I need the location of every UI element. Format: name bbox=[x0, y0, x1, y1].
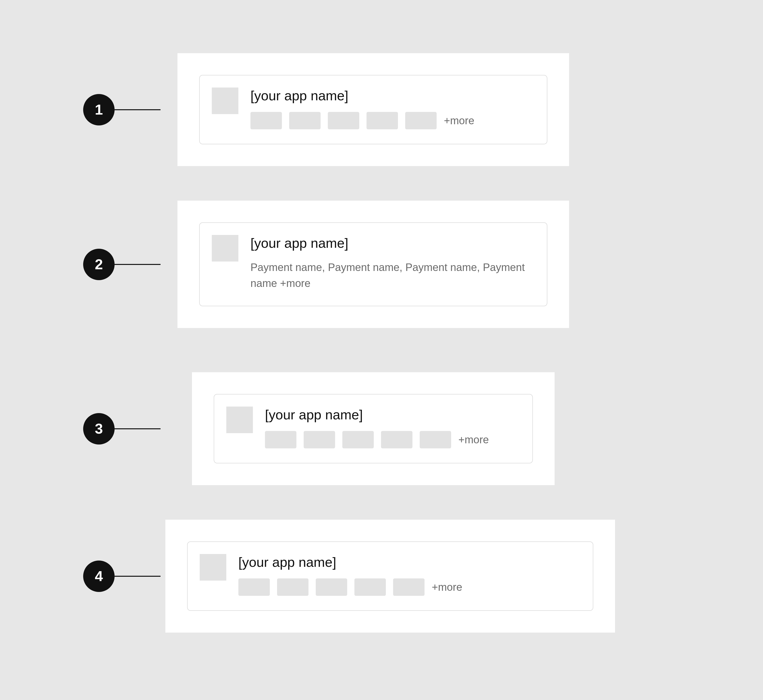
example-row-1: 1 [your app name] +more bbox=[0, 53, 763, 166]
panel-2: [your app name] Payment name, Payment na… bbox=[177, 201, 569, 328]
payment-method-chip bbox=[289, 112, 321, 129]
annotation-leader-4 bbox=[114, 576, 161, 577]
annotation-leader-1 bbox=[114, 109, 161, 110]
annotation-leader-3 bbox=[114, 428, 161, 429]
card-body: [your app name] +more bbox=[250, 88, 532, 129]
payment-method-chip bbox=[316, 578, 347, 596]
app-icon bbox=[212, 88, 238, 114]
card-body: [your app name] Payment name, Payment na… bbox=[250, 235, 532, 291]
payment-method-chip bbox=[277, 578, 308, 596]
annotation-badge-4: 4 bbox=[83, 561, 114, 592]
more-link[interactable]: +more bbox=[458, 434, 489, 446]
annotation-leader-2 bbox=[114, 264, 161, 265]
more-link[interactable]: +more bbox=[444, 114, 474, 127]
app-card-3: [your app name] +more bbox=[214, 394, 533, 463]
example-row-3: 3 [your app name] +more bbox=[0, 372, 763, 485]
card-body: [your app name] +more bbox=[265, 406, 518, 448]
payment-method-row: +more bbox=[250, 112, 532, 129]
app-card-4: [your app name] +more bbox=[187, 541, 593, 611]
annotation-badge-1: 1 bbox=[83, 94, 114, 125]
payment-method-chip bbox=[238, 578, 270, 596]
card-body: [your app name] +more bbox=[238, 554, 578, 596]
payment-method-chip bbox=[304, 431, 335, 448]
app-title: [your app name] bbox=[238, 554, 578, 570]
example-row-4: 4 [your app name] +more bbox=[0, 520, 763, 633]
payment-method-chip bbox=[420, 431, 451, 448]
example-row-2: 2 [your app name] Payment name, Payment … bbox=[0, 201, 763, 328]
payment-method-chip bbox=[393, 578, 425, 596]
panel-3: [your app name] +more bbox=[192, 372, 555, 485]
panel-1: [your app name] +more bbox=[177, 53, 569, 166]
panel-4: [your app name] +more bbox=[165, 520, 615, 633]
payment-method-text: Payment name, Payment name, Payment name… bbox=[250, 259, 532, 291]
annotation-4: 4 bbox=[83, 561, 161, 592]
app-title: [your app name] bbox=[265, 406, 518, 423]
payment-method-row: +more bbox=[238, 578, 578, 596]
annotation-1: 1 bbox=[83, 94, 161, 125]
app-card-2: [your app name] Payment name, Payment na… bbox=[199, 222, 547, 306]
payment-method-chip bbox=[265, 431, 296, 448]
payment-method-chip bbox=[366, 112, 398, 129]
annotation-2: 2 bbox=[83, 249, 161, 280]
app-title: [your app name] bbox=[250, 235, 532, 251]
annotation-badge-3: 3 bbox=[83, 413, 114, 445]
payment-method-chip bbox=[250, 112, 282, 129]
app-card-1: [your app name] +more bbox=[199, 75, 547, 144]
app-icon bbox=[200, 554, 226, 581]
more-link[interactable]: +more bbox=[432, 581, 462, 593]
annotation-3: 3 bbox=[83, 413, 161, 445]
payment-method-chip bbox=[381, 431, 413, 448]
payment-method-chip bbox=[328, 112, 359, 129]
app-icon bbox=[226, 406, 253, 433]
payment-method-row: +more bbox=[265, 431, 518, 448]
app-title: [your app name] bbox=[250, 88, 532, 104]
payment-method-chip bbox=[355, 578, 386, 596]
payment-method-chip bbox=[342, 431, 374, 448]
payment-method-chip bbox=[405, 112, 436, 129]
annotation-badge-2: 2 bbox=[83, 249, 114, 280]
app-icon bbox=[212, 235, 238, 261]
